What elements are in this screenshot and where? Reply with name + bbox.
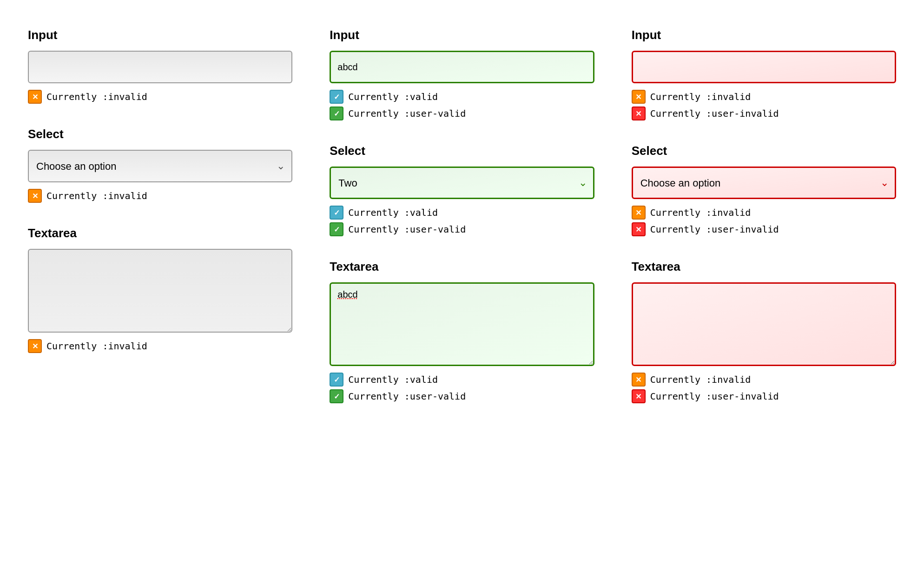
badge-orange-x-icon: ✕ <box>28 90 42 104</box>
status-item: ✓ Currently :valid <box>330 206 594 220</box>
status-item: ✓ Currently :user-valid <box>330 107 594 120</box>
section-textarea-valid: Textarea <span class="textarea-abcd">abc… <box>330 260 594 403</box>
textarea-neutral-label: Textarea <box>28 226 292 240</box>
section-textarea-neutral: Textarea ✕ Currently :invalid <box>28 226 292 353</box>
status-text: Currently :valid <box>348 91 438 102</box>
select-valid-statuses: ✓ Currently :valid ✓ Currently :user-val… <box>330 206 594 236</box>
status-text: Currently :invalid <box>46 190 147 201</box>
status-text: Currently :user-valid <box>348 108 466 119</box>
section-input-invalid: Input ✕ Currently :invalid ✕ Currently :… <box>632 28 896 120</box>
status-text: Currently :user-invalid <box>650 391 779 402</box>
badge-green-check-icon: ✓ <box>330 107 343 120</box>
column-valid: Input ✓ Currently :valid ✓ Currently :us… <box>311 14 613 422</box>
status-text: Currently :valid <box>348 374 438 385</box>
status-item: ✕ Currently :invalid <box>28 90 292 104</box>
textarea-valid[interactable]: <span class="textarea-abcd">abcd</span> <box>330 282 594 366</box>
status-item: ✕ Currently :invalid <box>28 189 292 203</box>
select-neutral-wrapper: Choose an option One Two Three ⌄ <box>28 150 292 182</box>
status-text: Currently :valid <box>348 207 438 218</box>
input-neutral-statuses: ✕ Currently :invalid <box>28 90 292 104</box>
section-select-neutral: Select Choose an option One Two Three ⌄ … <box>28 127 292 203</box>
status-item: ✕ Currently :user-invalid <box>632 389 896 403</box>
badge-green-check-icon: ✓ <box>330 389 343 403</box>
input-invalid[interactable] <box>632 51 896 83</box>
status-item: ✓ Currently :valid <box>330 90 594 104</box>
column-neutral: Input ✕ Currently :invalid Select Choose… <box>9 14 311 422</box>
main-grid: Input ✕ Currently :invalid Select Choose… <box>9 14 915 422</box>
input-valid-label: Input <box>330 28 594 42</box>
input-valid-statuses: ✓ Currently :valid ✓ Currently :user-val… <box>330 90 594 120</box>
badge-green-check-icon: ✓ <box>330 222 343 236</box>
status-text: Currently :user-valid <box>348 224 466 235</box>
badge-red-x-icon: ✕ <box>632 107 646 120</box>
badge-orange-x-icon: ✕ <box>28 189 42 203</box>
textarea-neutral[interactable] <box>28 249 292 333</box>
badge-red-x-icon: ✕ <box>632 222 646 236</box>
status-item: ✓ Currently :user-valid <box>330 222 594 236</box>
status-text: Currently :invalid <box>650 374 751 385</box>
select-neutral[interactable]: Choose an option One Two Three <box>28 150 292 182</box>
input-neutral[interactable] <box>28 51 292 83</box>
badge-orange-x-icon: ✕ <box>632 373 646 387</box>
input-invalid-label: Input <box>632 28 896 42</box>
status-item: ✕ Currently :invalid <box>632 206 896 220</box>
status-text: Currently :invalid <box>46 340 147 352</box>
section-select-valid: Select Choose an option One Two Three ⌄ … <box>330 144 594 236</box>
select-valid-wrapper: Choose an option One Two Three ⌄ <box>330 167 594 199</box>
badge-blue-check-icon: ✓ <box>330 373 343 387</box>
status-text: Currently :invalid <box>650 207 751 218</box>
status-text: Currently :user-invalid <box>650 108 779 119</box>
section-input-valid: Input ✓ Currently :valid ✓ Currently :us… <box>330 28 594 120</box>
textarea-valid-label: Textarea <box>330 260 594 274</box>
badge-blue-check-icon: ✓ <box>330 206 343 220</box>
input-valid[interactable] <box>330 51 594 83</box>
badge-blue-check-icon: ✓ <box>330 90 343 104</box>
textarea-valid-statuses: ✓ Currently :valid ✓ Currently :user-val… <box>330 373 594 403</box>
status-item: ✕ Currently :user-invalid <box>632 107 896 120</box>
select-invalid-label: Select <box>632 144 896 158</box>
section-select-invalid: Select Choose an option One Two Three ⌄ … <box>632 144 896 236</box>
textarea-invalid[interactable] <box>632 282 896 366</box>
section-textarea-invalid: Textarea ✕ Currently :invalid ✕ Currentl… <box>632 260 896 403</box>
select-valid-label: Select <box>330 144 594 158</box>
badge-orange-x-icon: ✕ <box>632 90 646 104</box>
status-text: Currently :invalid <box>650 91 751 102</box>
input-neutral-label: Input <box>28 28 292 42</box>
badge-orange-x-icon: ✕ <box>632 206 646 220</box>
textarea-neutral-statuses: ✕ Currently :invalid <box>28 339 292 353</box>
textarea-invalid-statuses: ✕ Currently :invalid ✕ Currently :user-i… <box>632 373 896 403</box>
select-neutral-label: Select <box>28 127 292 141</box>
status-text: Currently :invalid <box>46 91 147 102</box>
select-valid[interactable]: Choose an option One Two Three <box>330 167 594 199</box>
badge-orange-x-icon: ✕ <box>28 339 42 353</box>
select-invalid[interactable]: Choose an option One Two Three <box>632 167 896 199</box>
status-item: ✕ Currently :invalid <box>632 373 896 387</box>
status-item: ✕ Currently :invalid <box>28 339 292 353</box>
status-item: ✕ Currently :invalid <box>632 90 896 104</box>
textarea-invalid-label: Textarea <box>632 260 896 274</box>
select-invalid-statuses: ✕ Currently :invalid ✕ Currently :user-i… <box>632 206 896 236</box>
status-text: Currently :user-invalid <box>650 224 779 235</box>
select-neutral-statuses: ✕ Currently :invalid <box>28 189 292 203</box>
status-text: Currently :user-valid <box>348 391 466 402</box>
badge-red-x-icon: ✕ <box>632 389 646 403</box>
status-item: ✓ Currently :user-valid <box>330 389 594 403</box>
input-invalid-statuses: ✕ Currently :invalid ✕ Currently :user-i… <box>632 90 896 120</box>
select-invalid-wrapper: Choose an option One Two Three ⌄ <box>632 167 896 199</box>
section-input-neutral: Input ✕ Currently :invalid <box>28 28 292 104</box>
column-invalid: Input ✕ Currently :invalid ✕ Currently :… <box>613 14 915 422</box>
status-item: ✓ Currently :valid <box>330 373 594 387</box>
status-item: ✕ Currently :user-invalid <box>632 222 896 236</box>
